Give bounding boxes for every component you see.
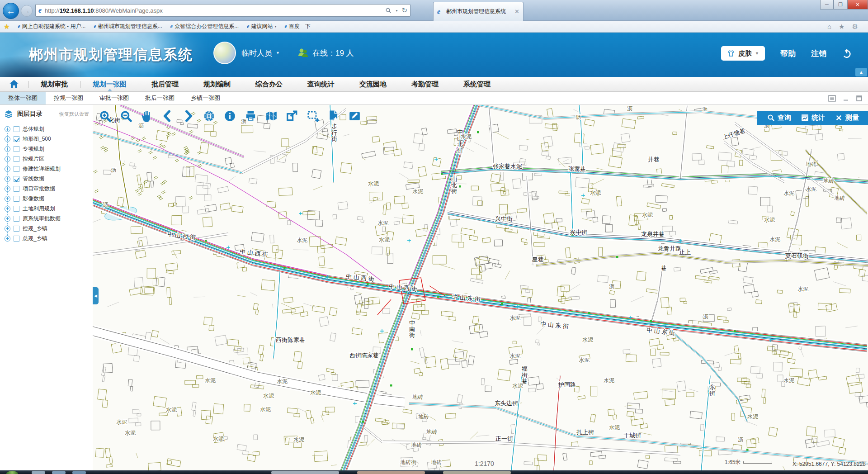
prev-view-tool[interactable] (161, 110, 174, 122)
power-icon[interactable] (842, 48, 852, 58)
favorites-item[interactable]: e建议网站▾ (243, 22, 280, 31)
taskbar-window-button[interactable] (443, 471, 511, 474)
print-tool[interactable] (245, 110, 257, 122)
reset-defaults-link[interactable]: 恢复默认设置 (59, 111, 89, 118)
expand-icon[interactable] (5, 196, 10, 202)
subtab-2[interactable]: 控规一张图 (46, 92, 91, 104)
search-dropdown-caret[interactable]: ▾ (396, 9, 397, 13)
browser-tab[interactable]: e 郴州市规划管理信息系统 ✕ (433, 2, 524, 21)
window-close-button[interactable]: ✕ (847, 0, 868, 9)
panel-collapse-handle[interactable]: ◀ (93, 287, 99, 304)
expand-icon[interactable] (5, 126, 10, 132)
expand-icon[interactable] (5, 236, 10, 242)
layer-checkbox[interactable] (14, 206, 19, 212)
help-link[interactable]: 帮助 (780, 48, 796, 59)
taskbar[interactable] (0, 470, 868, 474)
tab-close-icon[interactable]: ✕ (514, 8, 519, 15)
favorites-item[interactable]: e郴州城市规划管理信息系... (90, 22, 165, 31)
layer-row[interactable]: 修建性详细规划 (5, 164, 93, 174)
measure-button[interactable]: 测量 (832, 114, 862, 122)
layer-checkbox[interactable] (14, 136, 19, 142)
layer-checkbox[interactable] (14, 166, 19, 172)
expand-icon[interactable] (5, 206, 10, 212)
layer-checkbox[interactable] (14, 146, 19, 152)
url-bar[interactable]: e http://192.168.1.10:8080/WebMainPage.a… (35, 4, 410, 17)
nav-item-9[interactable]: 系统管理 (451, 77, 503, 91)
expand-icon[interactable] (5, 136, 10, 142)
expand-icon[interactable] (5, 166, 10, 172)
layer-row[interactable]: 地形图_500 (5, 134, 93, 144)
user-menu[interactable]: 临时人员▼ (241, 48, 280, 58)
nav-home-button[interactable] (0, 77, 28, 91)
nav-item-2[interactable]: 规划一张图 (80, 77, 139, 91)
nav-item-5[interactable]: 综合办公 (243, 77, 295, 91)
layer-checkbox[interactable] (14, 176, 19, 182)
layer-row[interactable]: 专项规划 (5, 144, 93, 154)
nav-item-4[interactable]: 规划编制 (191, 77, 243, 91)
layer-checkbox[interactable] (14, 226, 19, 232)
start-orb[interactable] (6, 471, 18, 474)
layer-row[interactable]: 控规_乡镇 (5, 223, 93, 233)
browser-back-button[interactable]: ← (3, 3, 19, 19)
map-area[interactable]: 中 山 西 街中 山 西 街中 山 西 街中 山 西 街中 山 东 街中 山 东… (93, 105, 868, 470)
layer-row[interactable]: 总体规划 (5, 124, 93, 134)
next-view-tool[interactable] (182, 110, 194, 122)
expand-icon[interactable] (5, 146, 10, 152)
layer-checkbox[interactable] (14, 196, 19, 202)
header-collapse-button[interactable]: ▲ (855, 68, 867, 76)
overview-map-tool[interactable] (265, 110, 278, 122)
minimize-icon[interactable] (843, 95, 849, 102)
layer-row[interactable]: 原系统审批数据 (5, 213, 93, 223)
refresh-icon[interactable]: ↻ (401, 6, 407, 14)
nav-item-8[interactable]: 考勤管理 (399, 77, 451, 91)
select-area-tool[interactable] (307, 110, 319, 122)
window-restore-button[interactable]: ❐ (834, 0, 847, 9)
home-icon[interactable]: ⌂ (827, 23, 831, 30)
zoom-out-tool[interactable] (120, 110, 132, 122)
edit-tool[interactable] (349, 110, 361, 122)
map-canvas[interactable]: 中 山 西 街中 山 西 街中 山 西 街中 山 西 街中 山 东 街中 山 东… (93, 105, 868, 470)
zoom-in-tool[interactable] (99, 110, 111, 122)
export-tool[interactable] (286, 110, 298, 122)
expand-icon[interactable] (5, 156, 10, 162)
layer-row[interactable]: 控规片区 (5, 154, 93, 164)
nav-item-3[interactable]: 批后管理 (139, 77, 191, 91)
taskbar-window-button[interactable] (357, 471, 425, 474)
full-extent-tool[interactable] (203, 110, 215, 122)
nav-item-1[interactable]: 规划审批 (28, 77, 80, 91)
layer-checkbox[interactable] (14, 126, 19, 132)
logout-link[interactable]: 注销 (811, 48, 826, 59)
favorites-item[interactable]: e众智综合办公管理信息系... (167, 22, 242, 31)
taskbar-icon[interactable] (72, 471, 86, 474)
favorites-item[interactable]: e网上自助报建系统 - 用户... (14, 22, 89, 31)
layer-row[interactable]: 影像数据 (5, 194, 93, 204)
taskbar-icon[interactable] (52, 471, 66, 474)
expand-icon[interactable] (5, 186, 10, 192)
layer-row[interactable]: 项目审批数据 (5, 184, 93, 194)
expand-icon[interactable] (5, 226, 10, 232)
subtab-5[interactable]: 乡镇一张图 (183, 92, 228, 104)
avatar[interactable] (213, 42, 236, 64)
identify-tool[interactable] (224, 110, 236, 122)
star-icon[interactable]: ★ (839, 23, 844, 31)
taskbar-icon[interactable] (32, 471, 45, 474)
query-button[interactable]: 查询 (764, 114, 794, 122)
expand-icon[interactable] (5, 216, 10, 222)
gear-icon[interactable]: ⚙ (852, 23, 858, 31)
layer-checkbox[interactable] (14, 156, 19, 162)
layer-row[interactable]: 管线数据 (5, 174, 93, 184)
favorites-item[interactable]: e百度一下 (281, 22, 314, 31)
expand-icon[interactable] (5, 176, 10, 182)
layer-row[interactable]: 总规_乡镇 (5, 233, 93, 243)
taskbar-window-button[interactable] (271, 471, 339, 474)
save-tool[interactable] (328, 110, 340, 122)
skin-button[interactable]: 皮肤▼ (721, 46, 765, 61)
layer-checkbox[interactable] (14, 216, 19, 222)
subtab-1[interactable]: 整体一张图 (0, 92, 46, 104)
maximize-icon[interactable] (856, 95, 863, 102)
subtab-4[interactable]: 批后一张图 (137, 92, 183, 104)
window-minimize-button[interactable]: ─ (820, 0, 834, 9)
nav-item-7[interactable]: 交流园地 (347, 77, 399, 91)
browser-forward-button[interactable]: → (21, 5, 33, 17)
search-icon[interactable] (385, 7, 392, 14)
